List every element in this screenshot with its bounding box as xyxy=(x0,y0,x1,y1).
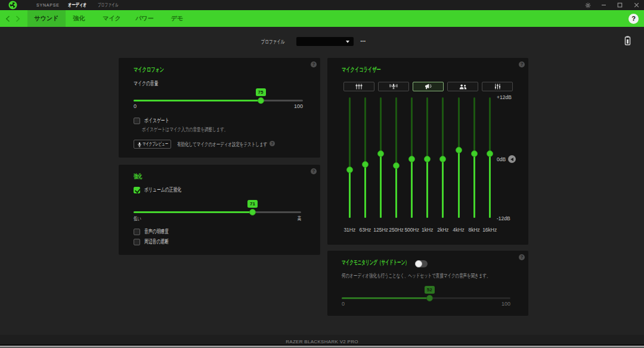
preset-custom-faders-button[interactable] xyxy=(482,82,513,91)
eq-band-slider-250Hz[interactable] xyxy=(389,97,404,218)
eq-band-slider-500Hz[interactable] xyxy=(404,97,420,218)
window-titlebar: SYNAPSE オーディオ プロファイル xyxy=(0,0,644,10)
eq-band-thumb[interactable] xyxy=(408,156,415,162)
megaphone-icon xyxy=(425,84,432,90)
eq-band-slider-31Hz[interactable] xyxy=(342,97,357,218)
eq-band-slider-2kHz[interactable] xyxy=(435,97,451,218)
voice-gate-label: ボイスゲート xyxy=(144,116,169,125)
eq-band-thumb[interactable] xyxy=(393,162,400,169)
mic-equalizer-panel: ? マイクイコライザー xyxy=(327,58,528,245)
eq-band-fill xyxy=(426,159,428,218)
eq-band-thumb[interactable] xyxy=(377,150,384,157)
eq-band-thumb[interactable] xyxy=(439,156,446,162)
equalizer-help-icon[interactable]: ? xyxy=(519,61,525,67)
eq-band-label: 4kHz xyxy=(451,227,466,233)
eq-band-label: 31Hz xyxy=(342,227,357,233)
eq-band-thumb[interactable] xyxy=(456,147,462,153)
tab-power[interactable]: パワー xyxy=(128,10,161,27)
eq-band-slider-8kHz[interactable] xyxy=(466,97,482,218)
microphone-help-icon[interactable]: ? xyxy=(311,61,317,67)
tab-enhancement[interactable]: 強化 xyxy=(66,10,92,27)
eq-band-fill xyxy=(489,153,491,218)
preset-eq-default-button[interactable] xyxy=(343,82,374,91)
slider-value-badge: 52 xyxy=(425,286,435,294)
chevron-down-icon xyxy=(346,41,349,43)
enhancement-help-icon[interactable]: ? xyxy=(311,168,317,174)
eq-band-slider-125Hz[interactable] xyxy=(373,97,389,218)
mic-monitoring-panel: ? マイクモニタリング（サイドトーン） 何のオーディオ強化も行うことなく、ヘッド… xyxy=(327,251,528,316)
nav-bar: サウンド 強化 マイク パワー デモ ? xyxy=(0,10,644,27)
profile-dropdown[interactable] xyxy=(296,37,354,46)
sidetone-help-icon[interactable]: ? xyxy=(519,254,525,260)
eq-scale-zero: 0dB xyxy=(497,156,506,162)
eq-band-fill xyxy=(395,165,397,218)
microphone-panel: ? マイクロフォン マイクの音量 75 0 100 ボイスゲート ボイスゲートは… xyxy=(119,58,320,158)
maximize-icon[interactable] xyxy=(613,0,626,10)
voice-gate-checkbox[interactable] xyxy=(134,118,140,124)
back-arrow-icon[interactable] xyxy=(4,10,12,27)
eq-band-slider-4kHz[interactable] xyxy=(451,97,466,218)
slider-min-label: 0 xyxy=(134,103,137,109)
eq-band-thumb[interactable] xyxy=(471,150,478,157)
mic-preview-button-label: マイクプレビュー xyxy=(143,140,168,148)
eq-band-label: 125Hz xyxy=(373,227,389,233)
eq-band-thumb[interactable] xyxy=(424,156,431,162)
profile-more-button[interactable]: ••• xyxy=(358,37,368,46)
eq-band-thumb[interactable] xyxy=(346,167,353,173)
mic-preview-help-icon[interactable]: ? xyxy=(270,141,275,146)
slider-thumb[interactable] xyxy=(426,295,433,301)
microphone-panel-title: マイクロフォン xyxy=(134,66,164,74)
ambient-noise-row[interactable]: 周辺音の遮断 xyxy=(134,238,180,246)
device-name: RAZER BLACKSHARK V2 PRO xyxy=(286,339,358,344)
slider-fill xyxy=(134,211,253,213)
equalizer-panel-title: マイクイコライザー xyxy=(342,66,381,74)
eq-band-slider-1kHz[interactable] xyxy=(420,97,435,218)
eq-band-slider-16kHz[interactable] xyxy=(482,97,497,218)
minimize-icon[interactable] xyxy=(597,0,610,10)
eq-band-label: 250Hz xyxy=(389,227,404,233)
mic-preview-button[interactable]: マイクプレビュー xyxy=(134,140,171,149)
settings-gear-icon[interactable] xyxy=(581,0,595,10)
close-icon[interactable] xyxy=(630,0,643,10)
voice-clarity-checkbox[interactable] xyxy=(134,229,140,235)
forward-arrow-icon[interactable] xyxy=(14,10,22,27)
eq-band-label: 500Hz xyxy=(404,227,420,233)
ambient-noise-label: 周辺音の遮断 xyxy=(144,238,169,246)
eq-scale-max: +12dB xyxy=(497,94,512,100)
tab-demo[interactable]: デモ xyxy=(162,10,192,27)
sidetone-description: 何のオーディオ強化も行うことなく、ヘッドセットで直接マイクの音声を聞きます。 xyxy=(342,272,490,280)
menu-profile[interactable]: プロファイル xyxy=(98,0,118,10)
preset-mic-waves-button[interactable] xyxy=(378,82,409,91)
preset-conference-button[interactable] xyxy=(447,82,478,91)
tab-sound[interactable]: サウンド xyxy=(27,10,66,27)
eq-band-fill xyxy=(349,170,351,218)
slider-min-label: 低い xyxy=(134,215,141,223)
slider-fill xyxy=(342,297,429,299)
conference-icon xyxy=(459,84,467,90)
volume-normalization-checkbox[interactable] xyxy=(134,187,140,193)
menu-synapse[interactable]: SYNAPSE xyxy=(36,0,60,10)
slider-thumb[interactable] xyxy=(258,97,264,104)
voice-clarity-row[interactable]: 音声の明瞭度 xyxy=(134,227,180,236)
eq-band-thumb[interactable] xyxy=(362,161,369,168)
slider-max-label: 100 xyxy=(501,301,510,307)
eq-band-slider-63Hz[interactable] xyxy=(357,97,373,218)
help-button[interactable]: ? xyxy=(628,14,639,24)
mic-volume-label: マイクの音量 xyxy=(134,79,158,88)
eq-band-fill xyxy=(442,159,444,218)
preset-megaphone-button[interactable] xyxy=(413,82,444,91)
menu-audio[interactable]: オーディオ xyxy=(68,0,86,10)
volume-normalization-row[interactable]: ボリュームの正規化 xyxy=(134,186,199,194)
slider-thumb[interactable] xyxy=(249,209,256,215)
eq-band-thumb[interactable] xyxy=(487,150,493,157)
profile-label: プロファイル xyxy=(261,38,284,46)
voice-gate-row[interactable]: ボイスゲート xyxy=(134,116,181,125)
enhancement-panel: ? 強化 ボリュームの正規化 71 低い 高 音声の明瞭度 周辺音の遮断 xyxy=(119,165,320,255)
slider-min-label: 0 xyxy=(342,301,345,307)
tab-mic[interactable]: マイク xyxy=(95,10,128,27)
voice-clarity-label: 音声の明瞭度 xyxy=(144,227,169,236)
sidetone-toggle[interactable] xyxy=(415,260,428,267)
eq-reset-button[interactable] xyxy=(508,155,516,163)
eq-band-fill xyxy=(380,153,382,218)
ambient-noise-checkbox[interactable] xyxy=(134,239,140,245)
